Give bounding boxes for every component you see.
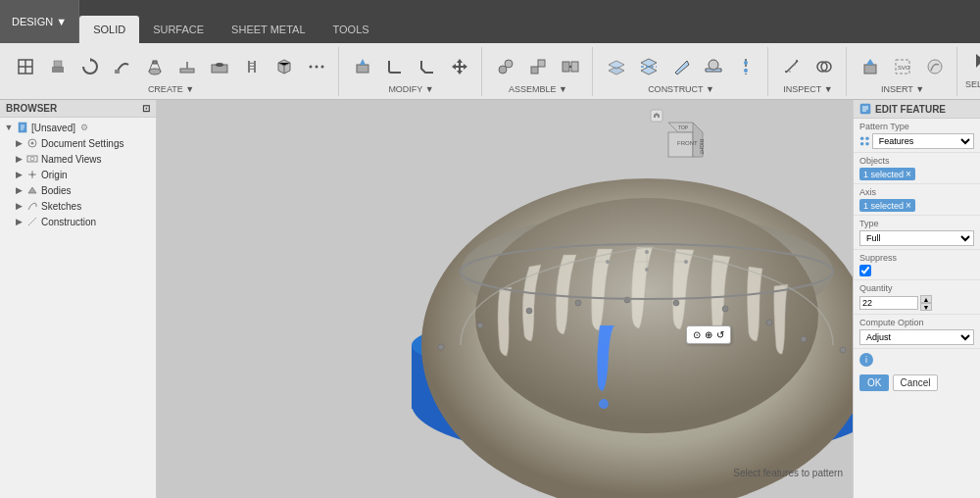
angle-plane-button[interactable] [665,49,697,84]
sweep-icon [113,57,132,76]
browser-item-bodies[interactable]: ▶ Bodies [0,182,156,198]
sketches-label: Sketches [41,201,81,212]
select-button[interactable] [966,44,980,79]
view-cube[interactable]: FRONT TOP RIGHT [649,108,708,167]
modify-group-label[interactable]: MODIFY ▼ [388,84,433,94]
loft-icon [145,57,165,76]
box-button[interactable] [269,49,300,84]
new-component-button[interactable] [10,49,41,84]
tab-sheet-metal[interactable]: SHEET METAL [218,16,318,43]
svg-point-17 [321,65,324,68]
svg-point-15 [310,65,313,68]
axis-thru-points-button[interactable] [730,49,761,84]
objects-chip[interactable]: 1 selected × [859,168,915,180]
tab-tools[interactable]: TOOLS [319,16,383,43]
browser-item-root[interactable]: ▼ [Unsaved] ⚙ [0,120,156,135]
rib-button[interactable] [172,49,203,84]
browser-item-doc-settings[interactable]: ▶ Document Settings [0,135,156,151]
pattern-type-select[interactable]: Features Faces Bodies [872,133,974,149]
interference-icon [814,57,834,76]
construction-label: Construction [41,217,96,227]
tangent-plane-button[interactable] [698,49,729,84]
joint-button[interactable] [490,49,521,84]
move-button[interactable] [444,49,475,84]
popup-btn-2[interactable]: ⊕ [705,329,712,340]
loft-button[interactable] [139,49,171,84]
browser-header: BROWSER ⊡ [0,100,156,118]
chamfer-button[interactable] [412,49,443,84]
edit-feature-title: EDIT FEATURE [875,104,946,115]
tab-surface[interactable]: SURFACE [139,16,218,43]
assemble-group-label[interactable]: ASSEMBLE ▼ [509,84,567,94]
svg-point-72 [766,320,772,325]
cancel-button[interactable]: Cancel [893,374,937,391]
insert-svg-button[interactable]: SVG [887,49,918,84]
inspect-group-label[interactable]: INSPECT ▼ [783,84,832,94]
interference-button[interactable] [808,49,840,84]
sweep-button[interactable] [107,49,138,84]
midplane-button[interactable] [633,49,664,84]
toolbar-group-assemble: ASSEMBLE ▼ [484,47,593,96]
rigid-group-button[interactable] [555,49,586,84]
press-pull-button[interactable] [347,49,378,84]
midplane-icon [639,57,659,76]
svg-point-79 [606,260,610,264]
thread-button[interactable] [236,49,268,84]
browser-item-construction[interactable]: ▶ Construction [0,214,156,229]
browser-expand-icon[interactable]: ⊡ [142,103,150,114]
quantity-increment-button[interactable]: ▲ [920,295,932,303]
features-icon [859,135,870,147]
measure-button[interactable] [776,49,808,84]
select-group-label[interactable]: SELECT ▼ [965,79,980,99]
as-built-joint-button[interactable] [522,49,554,84]
popup-btn-3[interactable]: ↺ [716,329,724,340]
design-tab[interactable]: DESIGN ▼ [0,0,79,43]
svg-rect-27 [571,62,578,72]
axis-clear-button[interactable]: × [906,200,911,211]
svg-rect-18 [357,65,368,73]
info-icon[interactable]: i [859,353,873,367]
svg-point-44 [928,60,942,74]
toolbar: CREATE ▼ [0,43,980,100]
ok-button[interactable]: OK [859,374,889,391]
svg-point-73 [801,336,807,342]
insert-derive-icon [860,57,880,76]
suppress-checkbox[interactable] [859,265,871,276]
svg-point-53 [30,157,34,161]
insert-group-label[interactable]: INSERT ▼ [881,84,924,94]
browser-item-sketches[interactable]: ▶ Sketches [0,198,156,214]
create-group-label[interactable]: CREATE ▼ [148,84,194,94]
svg-point-7 [149,69,161,75]
edit-feature-icon [859,103,871,115]
viewport[interactable]: FRONT TOP RIGHT ⊙ ⊕ ↺ Select features to… [157,100,853,498]
toggle-icon: ▶ [14,201,24,211]
sketches-icon [26,200,38,212]
compute-option-select[interactable]: Adjust Identical [859,329,974,345]
more-create-button[interactable] [301,49,332,84]
document-icon [17,122,28,133]
insert-derive-button[interactable] [855,49,886,84]
browser-item-origin[interactable]: ▶ Origin [0,167,156,182]
revolve-button[interactable] [74,49,106,84]
suppress-label: Suppress [859,253,974,263]
svg-point-16 [316,65,318,68]
construct-group-label[interactable]: CONSTRUCT ▼ [648,84,714,94]
offset-plane-button[interactable] [601,49,632,84]
toggle-icon: ▶ [14,138,24,148]
axis-chip[interactable]: 1 selected × [859,199,915,212]
tab-solid[interactable]: SOLID [79,16,139,43]
svg-rect-12 [186,62,188,69]
objects-clear-button[interactable]: × [906,169,911,179]
browser-item-named-views[interactable]: ▶ Named Views [0,151,156,167]
fillet-button[interactable] [379,49,411,84]
quantity-input[interactable] [859,296,918,310]
hole-button[interactable] [204,49,235,84]
extrude-button[interactable] [42,49,74,84]
svg-text:TOP: TOP [678,124,689,130]
type-select[interactable]: Full Symmetric Custom [859,230,974,246]
quantity-decrement-button[interactable]: ▼ [920,303,932,311]
decal-button[interactable] [919,49,951,84]
toolbar-group-insert: SVG INSERT ▼ [849,47,957,96]
toggle-icon: ▶ [14,217,24,226]
popup-btn-1[interactable]: ⊙ [693,329,701,340]
